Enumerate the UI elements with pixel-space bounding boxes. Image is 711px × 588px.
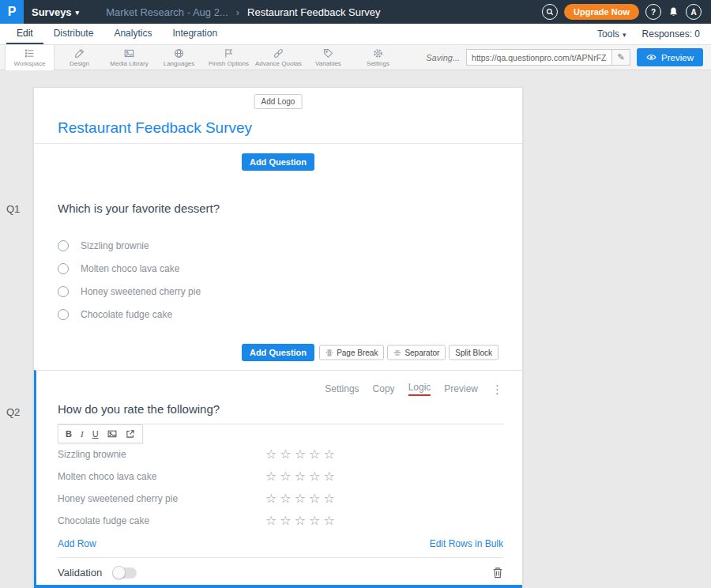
toolbar-item-label: Variables <box>315 60 341 67</box>
toolbar-item-label: Media Library <box>110 60 148 67</box>
workspace-icon <box>24 48 35 58</box>
q1-option-3-label: Honey sweetened cherry pie <box>81 286 201 297</box>
tools-label: Tools <box>597 28 619 40</box>
toolbar-item-label: Advance Quotas <box>255 60 302 67</box>
avatar[interactable]: A <box>686 4 702 20</box>
question-logic-link[interactable]: Logic <box>408 382 431 396</box>
validation-section: Validation <box>58 557 503 579</box>
separator-button[interactable]: Separator <box>387 345 446 360</box>
question-copy-link[interactable]: Copy <box>373 383 395 394</box>
edit-url-button[interactable]: ✎ <box>612 49 630 66</box>
topbar-actions: Upgrade Now ? A <box>542 4 711 20</box>
toolbar-item-settings[interactable]: Settings <box>353 45 403 70</box>
breadcrumb-parent[interactable]: Market Research - Aug 2... <box>106 6 228 18</box>
toolbar-item-label: Settings <box>367 60 389 67</box>
more-options-icon[interactable]: ⋮ <box>491 383 503 395</box>
surveys-label: Surveys <box>32 6 72 18</box>
question-2-block[interactable]: Settings Copy Logic Preview ⋮ How do you… <box>34 370 522 588</box>
question-number-q1: Q1 <box>6 203 20 215</box>
pencil-icon: ✎ <box>617 52 624 62</box>
tab-analytics[interactable]: Analytics <box>103 24 162 44</box>
toolbar-item-media-library[interactable]: Media Library <box>104 45 154 70</box>
radio-icon[interactable] <box>58 286 69 297</box>
toolbar-item-workspace[interactable]: Workspace <box>5 45 55 70</box>
question-settings-link[interactable]: Settings <box>325 383 359 394</box>
page-break-icon <box>325 349 333 356</box>
rating-row-2: Molten choco lava cake ☆☆☆☆☆ <box>58 466 503 488</box>
q1-option-2[interactable]: Molten choco lava cake <box>58 257 498 280</box>
validation-toggle[interactable] <box>113 567 137 579</box>
chevron-down-icon: ▾ <box>76 9 80 17</box>
star-rating-icons[interactable]: ☆☆☆☆☆ <box>265 470 338 483</box>
toolbar-item-label: Design <box>70 60 89 67</box>
tab-distribute[interactable]: Distribute <box>43 24 104 44</box>
external-link-icon[interactable] <box>126 429 135 439</box>
search-button[interactable] <box>542 4 558 20</box>
underline-button[interactable]: U <box>92 430 99 439</box>
surveys-menu[interactable]: Surveys ▾ <box>32 6 79 18</box>
split-block-button[interactable]: Split Block <box>449 345 498 360</box>
insert-image-icon[interactable] <box>107 429 117 439</box>
rating-row-2-label: Molten choco lava cake <box>58 471 265 482</box>
q1-option-1[interactable]: Sizzling brownie <box>58 234 498 257</box>
tools-menu[interactable]: Tools ▾ <box>597 28 626 40</box>
languages-icon <box>174 48 184 58</box>
add-question-row-middle: Add Question Page Break Separator <box>34 335 522 370</box>
tab-edit[interactable]: Edit <box>6 24 43 44</box>
editor-canvas: Q1 Q2 Add Logo Restaurant Feedback Surve… <box>0 70 711 588</box>
responses-count[interactable]: Responses: 0 <box>642 28 700 40</box>
question-2-title-row: How do you rate the following? <box>58 402 503 424</box>
breadcrumb: Market Research - Aug 2... › Restaurant … <box>106 6 380 18</box>
upgrade-now-button[interactable]: Upgrade Now <box>564 4 639 20</box>
question-number-q2: Q2 <box>6 406 20 418</box>
survey-title[interactable]: Restaurant Feedback Survey <box>58 119 252 137</box>
notifications-button[interactable] <box>668 6 679 18</box>
separator-icon <box>393 349 401 356</box>
trash-icon <box>492 567 503 579</box>
toggle-knob[interactable] <box>112 566 126 579</box>
search-icon <box>546 8 554 16</box>
question-preview-link[interactable]: Preview <box>444 383 478 394</box>
eye-icon <box>646 52 656 62</box>
split-block-label: Split Block <box>455 349 492 357</box>
questionpro-logo[interactable]: P <box>0 0 24 24</box>
radio-icon[interactable] <box>58 263 69 274</box>
radio-icon[interactable] <box>58 309 69 320</box>
rating-row-4: Chocolate fudge cake ☆☆☆☆☆ <box>58 510 503 532</box>
add-question-row-top: Add Question <box>34 144 522 179</box>
bold-button[interactable]: B <box>66 430 72 439</box>
toolbar-item-languages[interactable]: Languages <box>154 45 204 70</box>
italic-button[interactable]: I <box>81 430 84 439</box>
radio-icon[interactable] <box>58 240 69 251</box>
add-row-link[interactable]: Add Row <box>58 538 96 549</box>
question-1-text[interactable]: Which is your favorite dessert? <box>58 202 498 215</box>
q1-option-4[interactable]: Chocolate fudge cake <box>58 303 498 326</box>
star-rating-icons[interactable]: ☆☆☆☆☆ <box>265 514 338 527</box>
delete-question-button[interactable] <box>492 567 503 579</box>
add-logo-button[interactable]: Add Logo <box>254 94 303 109</box>
toolbar-item-advance-quotas[interactable]: Advance Quotas <box>254 45 303 70</box>
star-rating-icons[interactable]: ☆☆☆☆☆ <box>265 492 338 505</box>
help-button[interactable]: ? <box>645 4 661 20</box>
tab-integration[interactable]: Integration <box>162 24 228 44</box>
add-question-button[interactable]: Add Question <box>242 344 314 361</box>
preview-label: Preview <box>661 53 694 62</box>
bell-icon <box>668 6 679 18</box>
toolbar-item-variables[interactable]: Variables <box>303 45 353 70</box>
edit-rows-in-bulk-link[interactable]: Edit Rows in Bulk <box>430 538 503 549</box>
preview-button[interactable]: Preview <box>637 48 703 66</box>
question-2-text[interactable]: How do you rate the following? <box>58 402 220 416</box>
survey-url-input[interactable] <box>466 49 612 66</box>
q1-option-1-label: Sizzling brownie <box>81 240 149 251</box>
toolbar-item-design[interactable]: Design <box>55 45 104 70</box>
rating-row-3-label: Honey sweetened cherry pie <box>58 493 265 504</box>
toolbar-item-finish-options[interactable]: Finish Options <box>204 45 254 70</box>
q1-option-4-label: Chocolate fudge cake <box>81 309 172 320</box>
block-actions: Page Break Separator Split Block <box>319 345 498 360</box>
page-break-button[interactable]: Page Break <box>319 345 384 360</box>
star-rating-icons[interactable]: ☆☆☆☆☆ <box>265 448 338 461</box>
question-1-block[interactable]: Which is your favorite dessert? Sizzling… <box>34 179 522 326</box>
add-question-button[interactable]: Add Question <box>242 153 314 171</box>
q1-option-3[interactable]: Honey sweetened cherry pie <box>58 280 498 303</box>
top-bar: P Surveys ▾ Market Research - Aug 2... ›… <box>0 0 711 24</box>
